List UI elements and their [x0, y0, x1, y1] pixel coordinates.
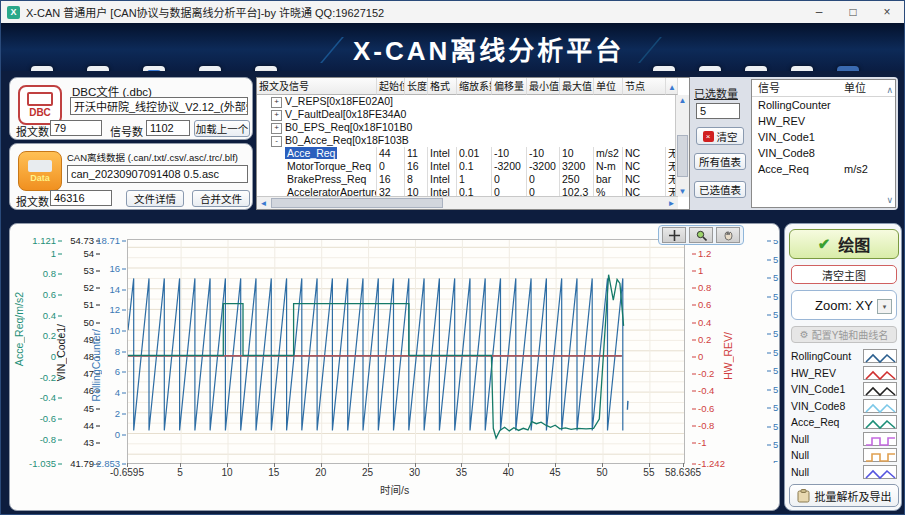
- axis-tick-label: 44: [83, 420, 100, 429]
- cursor-tool-icon[interactable]: [662, 227, 686, 243]
- list-scroll-up-icon[interactable]: ∧: [886, 82, 893, 98]
- column-header[interactable]: 最小值: [527, 78, 560, 95]
- selected-signal-item[interactable]: VIN_Code1: [752, 129, 895, 145]
- signal-row[interactable]: MotorTorque_Req016Intel0.1-3200-32003200…: [257, 160, 689, 173]
- image-viewer-icon[interactable]: [143, 66, 165, 71]
- column-header[interactable]: 节点: [623, 78, 666, 95]
- axis-tick-label: 1.2: [692, 248, 711, 257]
- expand-icon[interactable]: +: [271, 110, 282, 121]
- legend-item[interactable]: Acce_Req: [791, 414, 897, 431]
- helmet-icon[interactable]: [87, 66, 109, 71]
- clear-main-plot-button[interactable]: 清空主图: [791, 265, 897, 284]
- all-value-tables-button[interactable]: 所有值表: [694, 153, 746, 170]
- list-icon[interactable]: [699, 66, 721, 71]
- column-header[interactable]: 缩放系数: [457, 78, 492, 95]
- column-header[interactable]: 最大值: [560, 78, 594, 95]
- dropdown-icon[interactable]: ▾: [877, 299, 892, 314]
- minimize-button[interactable]: –: [802, 1, 836, 23]
- selected-signal-item[interactable]: RollingCounter: [752, 97, 895, 113]
- column-header[interactable]: 起始位: [377, 78, 405, 95]
- file-details-button[interactable]: 文件详情: [126, 190, 184, 207]
- folder-icon: [27, 92, 53, 106]
- x-tick-label: 10: [221, 467, 232, 478]
- list-scroll-down-icon[interactable]: ∨: [886, 195, 893, 205]
- plot-area[interactable]: [127, 239, 685, 464]
- legend-item[interactable]: Null: [791, 464, 897, 481]
- header-banner: X-CAN离线分析平台 Z ♥ i ♥: [1, 23, 904, 71]
- load-previous-button[interactable]: 加载上一个: [194, 120, 250, 137]
- selected-signal-item[interactable]: HW_REV: [752, 113, 895, 129]
- column-header[interactable]: 单位: [594, 78, 623, 95]
- flowchart-icon[interactable]: [31, 66, 53, 71]
- horizontal-scrollbar[interactable]: ◄ ►: [257, 196, 678, 209]
- legend-item[interactable]: Null: [791, 447, 897, 464]
- axis-tick-label: 0.6: [692, 300, 711, 309]
- message-row[interactable]: -B0_Acce_Req[0x18F103B: [257, 134, 689, 147]
- column-header[interactable]: ▲: [666, 78, 678, 95]
- axis-tick-label: -0.4: [692, 386, 714, 395]
- scroll-right-icon[interactable]: ►: [665, 199, 678, 208]
- vertical-scrollbar[interactable]: ▲ ▼: [675, 95, 689, 197]
- z-tool-icon[interactable]: Z: [199, 66, 221, 71]
- pan-hand-icon[interactable]: [716, 227, 740, 243]
- x-tick-label: 5: [177, 467, 183, 478]
- selected-count-input[interactable]: 5: [696, 103, 740, 119]
- can-data-icon[interactable]: Data: [18, 151, 62, 191]
- seven-zip-icon[interactable]: [255, 66, 277, 71]
- legend-item[interactable]: Null: [791, 431, 897, 448]
- axis-tick-label: 51: [83, 300, 100, 309]
- selected-list-body: RollingCounterHW_REVVIN_Code1VIN_Code8Ac…: [752, 97, 895, 177]
- data-icon-label: Data: [30, 173, 50, 183]
- selected-signal-item[interactable]: VIN_Code8: [752, 145, 895, 161]
- dbc-file-icon[interactable]: DBC: [18, 85, 62, 125]
- legend-item[interactable]: RollingCount: [791, 348, 897, 365]
- collapse-icon[interactable]: -: [271, 136, 282, 147]
- message-row[interactable]: +B0_EPS_Req[0x18F101B0: [257, 121, 689, 134]
- scroll-thumb[interactable]: [677, 135, 688, 177]
- legend-item[interactable]: VIN_Code1: [791, 381, 897, 398]
- cloud-icon[interactable]: [837, 66, 859, 71]
- signal-table-header: 报文及信号起始位长度格式缩放系数偏移量最小值最大值单位节点▲: [257, 78, 689, 95]
- scroll-up-icon[interactable]: ▲: [676, 96, 689, 105]
- window-title: X-CAN 普通用户 [CAN协议与数据离线分析平台]-by 许晓通 QQ:19…: [26, 4, 384, 20]
- scroll-thumb[interactable]: [271, 198, 443, 208]
- column-header[interactable]: 长度: [405, 78, 428, 95]
- heart-icon[interactable]: ♥: [653, 66, 675, 71]
- clear-selection-button[interactable]: × 清空: [696, 127, 744, 145]
- x-tick-label: -0.6595: [110, 467, 144, 478]
- legend-item[interactable]: VIN_Code8: [791, 398, 897, 415]
- can-msg-count-label: 报文数: [16, 193, 49, 209]
- can-file-input[interactable]: can_20230907091408 0.5.asc: [67, 165, 248, 183]
- selected-signal-item[interactable]: Acce_Reqm/s2: [752, 161, 895, 177]
- close-button[interactable]: ×: [870, 1, 904, 23]
- selected-value-tables-button[interactable]: 已选值表: [694, 181, 746, 198]
- draw-button[interactable]: ✔ 绘图: [789, 229, 899, 259]
- dbc-file-input[interactable]: 开沃中研院_线控协议_V2.12_(外部受: [70, 97, 248, 115]
- zoom-tool-icon[interactable]: [689, 227, 713, 243]
- signal-table[interactable]: 报文及信号起始位长度格式缩放系数偏移量最小值最大值单位节点▲ +V_REPS[0…: [256, 77, 690, 210]
- axis-tick-label: -0.8: [40, 434, 62, 443]
- scroll-down-icon[interactable]: ▼: [676, 187, 689, 196]
- maximize-button[interactable]: □: [836, 1, 870, 23]
- expand-icon[interactable]: +: [271, 123, 282, 134]
- message-row[interactable]: +V_FaultDeal[0x18FE34A0: [257, 108, 689, 121]
- signal-row[interactable]: BrakePress_Req168Intel100250barNC无: [257, 173, 689, 186]
- donate-icon[interactable]: ♥: [791, 66, 813, 71]
- selected-signal-list[interactable]: 信号 单位 ∧ RollingCounterHW_REVVIN_Code1VIN…: [751, 79, 896, 208]
- zoom-mode-select[interactable]: Zoom: XY ▾: [791, 290, 897, 320]
- configure-axes-button[interactable]: ⚙ 配置Y轴和曲线名: [791, 326, 897, 343]
- batch-export-button[interactable]: 批量解析及导出: [789, 484, 899, 507]
- signal-row[interactable]: Acce_Req4411Intel0.01-10-1010m/s2NC无: [257, 147, 689, 160]
- column-header[interactable]: 报文及信号: [257, 78, 377, 95]
- info-icon[interactable]: i: [745, 66, 767, 71]
- waveform-icon: [863, 366, 897, 380]
- axis-tick-label: 53: [83, 265, 100, 274]
- expand-icon[interactable]: +: [271, 97, 282, 108]
- column-header[interactable]: 格式: [428, 78, 457, 95]
- scroll-left-icon[interactable]: ◄: [257, 199, 270, 208]
- column-header[interactable]: 偏移量: [492, 78, 527, 95]
- merge-files-button[interactable]: 合并文件: [192, 190, 250, 207]
- legend-item[interactable]: HW_REV: [791, 365, 897, 382]
- x-tick-label: 55: [643, 467, 654, 478]
- message-row[interactable]: +V_REPS[0x18FE02A0]: [257, 95, 689, 108]
